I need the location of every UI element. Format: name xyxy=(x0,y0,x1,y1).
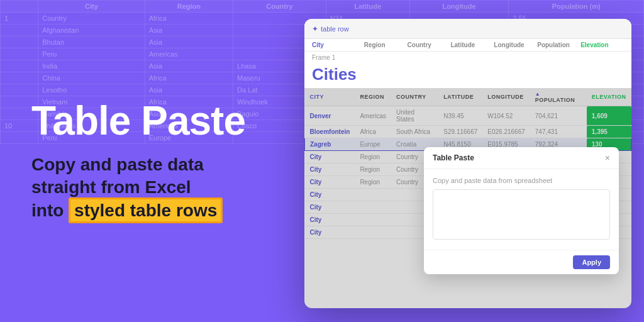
bg-th: Longitude xyxy=(409,1,509,13)
col-h-population: Population xyxy=(537,42,580,48)
table-row-label: table row xyxy=(321,25,349,33)
paste-textarea[interactable] xyxy=(433,189,610,240)
cursor-arrow-icon: ↖ xyxy=(19,319,30,322)
subtitle-highlight: styled table rows xyxy=(69,197,223,223)
modal-close-button[interactable]: × xyxy=(605,153,610,162)
subtitle-line3-pre: into xyxy=(31,201,69,220)
col-h-country: Country xyxy=(408,42,451,48)
col-h-latitude: Latitude xyxy=(450,42,494,48)
data-table-container: CITY REGION COUNTRY LATITUDE LONGITUDE ▲… xyxy=(304,88,631,308)
modal-body: Copy and paste data from spreadsheet xyxy=(424,169,619,250)
main-title: Table Paste xyxy=(31,100,283,142)
figma-col-headers: City Region Country Latitude Longitude P… xyxy=(304,39,631,52)
figma-toolbar: ✦ table row xyxy=(304,19,631,39)
plus-icon: ✦ xyxy=(312,25,318,33)
subtitle: Copy and paste data straight from Excel … xyxy=(31,153,283,222)
modal-overlay: Table Paste × Copy and paste data from s… xyxy=(304,88,631,308)
right-panel: ✦ table row City Region Country Latitude… xyxy=(304,19,631,308)
cities-heading: Cities xyxy=(304,62,631,88)
bg-th: Population (m) xyxy=(509,1,644,13)
left-panel: Table Paste Copy and paste data straight… xyxy=(0,0,314,322)
frame-label: Frame 1 xyxy=(304,52,631,62)
modal-footer: Apply xyxy=(424,250,619,274)
subtitle-line2: straight from Excel xyxy=(31,177,191,197)
modal-title: Table Paste xyxy=(433,153,474,162)
apply-button[interactable]: Apply xyxy=(573,255,610,269)
table-row-badge: ✦ table row xyxy=(312,25,349,33)
subtitle-line1: Copy and paste data xyxy=(31,155,204,174)
bg-th: Latitude xyxy=(326,1,409,13)
modal-header: Table Paste × xyxy=(424,147,619,169)
col-h-elevation: Elevation xyxy=(580,42,624,48)
col-h-region: Region xyxy=(364,42,408,48)
col-h-city: City xyxy=(312,42,364,48)
modal-hint: Copy and paste data from spreadsheet xyxy=(433,177,610,184)
modal-box: Table Paste × Copy and paste data from s… xyxy=(424,147,619,274)
col-h-longitude: Longitude xyxy=(494,42,537,48)
